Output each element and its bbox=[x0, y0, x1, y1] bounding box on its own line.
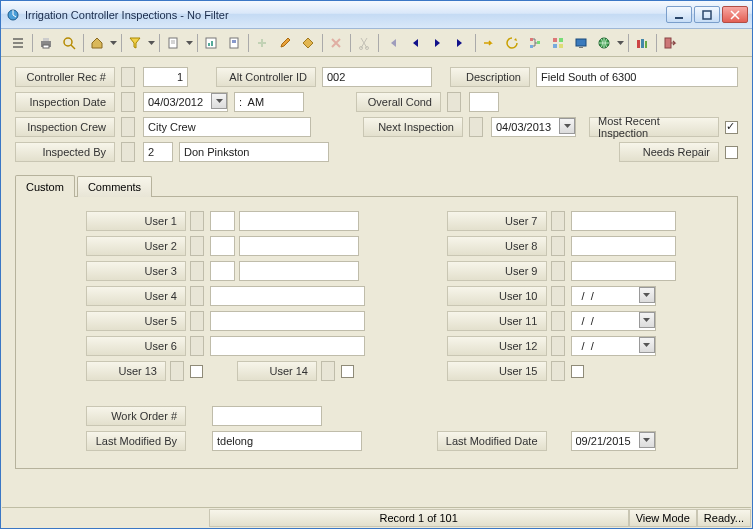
user1-code[interactable] bbox=[210, 211, 235, 231]
minimize-button[interactable] bbox=[666, 6, 692, 23]
last-modified-by-field[interactable] bbox=[212, 431, 362, 451]
house-dropdown[interactable] bbox=[109, 32, 118, 54]
user3-lookup[interactable] bbox=[190, 261, 204, 281]
user8-label: User 8 bbox=[447, 236, 547, 256]
edit-icon[interactable] bbox=[274, 32, 296, 54]
tree-icon[interactable] bbox=[524, 32, 546, 54]
chevron-down-icon[interactable] bbox=[639, 287, 655, 303]
user11-label: User 11 bbox=[447, 311, 547, 331]
controller-rec-field[interactable] bbox=[143, 67, 188, 87]
inspection-date-lookup[interactable] bbox=[121, 92, 135, 112]
user9-lookup[interactable] bbox=[551, 261, 565, 281]
overall-cond-field[interactable] bbox=[469, 92, 499, 112]
most-recent-checkbox[interactable] bbox=[725, 121, 738, 134]
print-icon[interactable] bbox=[35, 32, 57, 54]
work-order-field[interactable] bbox=[212, 406, 322, 426]
inspected-by-label: Inspected By bbox=[15, 142, 115, 162]
tab-comments[interactable]: Comments bbox=[77, 176, 152, 197]
description-field[interactable] bbox=[536, 67, 738, 87]
refresh-icon[interactable] bbox=[501, 32, 523, 54]
user7-lookup[interactable] bbox=[551, 211, 565, 231]
chevron-down-icon[interactable] bbox=[639, 312, 655, 328]
alt-controller-id-field[interactable] bbox=[322, 67, 432, 87]
inspection-time-field[interactable] bbox=[234, 92, 304, 112]
chevron-down-icon[interactable] bbox=[639, 432, 655, 448]
prev-icon[interactable] bbox=[404, 32, 426, 54]
user15-checkbox[interactable] bbox=[571, 365, 584, 378]
goto-icon[interactable] bbox=[478, 32, 500, 54]
next-icon[interactable] bbox=[427, 32, 449, 54]
last-modified-date-field[interactable] bbox=[571, 431, 656, 451]
page-icon[interactable] bbox=[162, 32, 184, 54]
user11-lookup[interactable] bbox=[551, 311, 565, 331]
user11-field[interactable] bbox=[571, 311, 656, 331]
next-inspection-field[interactable] bbox=[491, 117, 576, 137]
user1-field[interactable] bbox=[239, 211, 359, 231]
maximize-button[interactable] bbox=[694, 6, 720, 23]
tab-custom[interactable]: Custom bbox=[15, 175, 75, 197]
user8-lookup[interactable] bbox=[551, 236, 565, 256]
svg-rect-8 bbox=[43, 45, 49, 48]
house-icon[interactable] bbox=[86, 32, 108, 54]
svg-rect-28 bbox=[553, 44, 557, 48]
user14-label: User 14 bbox=[237, 361, 317, 381]
user10-lookup[interactable] bbox=[551, 286, 565, 306]
screen-icon[interactable] bbox=[570, 32, 592, 54]
overall-cond-lookup[interactable] bbox=[447, 92, 461, 112]
svg-rect-29 bbox=[559, 44, 563, 48]
filter-icon[interactable] bbox=[124, 32, 146, 54]
chart-page-icon[interactable] bbox=[200, 32, 222, 54]
close-button[interactable] bbox=[722, 6, 748, 23]
menu-icon[interactable] bbox=[7, 32, 29, 54]
page-dropdown[interactable] bbox=[185, 32, 194, 54]
user5-field[interactable] bbox=[210, 311, 365, 331]
user15-label: User 15 bbox=[447, 361, 547, 381]
user12-field[interactable] bbox=[571, 336, 656, 356]
svg-rect-24 bbox=[530, 45, 533, 48]
user9-field[interactable] bbox=[571, 261, 676, 281]
globe-icon[interactable] bbox=[593, 32, 615, 54]
inspected-by-name-field[interactable] bbox=[179, 142, 329, 162]
user2-field[interactable] bbox=[239, 236, 359, 256]
user3-code[interactable] bbox=[210, 261, 235, 281]
doc2-icon[interactable] bbox=[223, 32, 245, 54]
last-modified-by-label: Last Modified By bbox=[86, 431, 186, 451]
controller-rec-lookup[interactable] bbox=[121, 67, 135, 87]
user6-field[interactable] bbox=[210, 336, 365, 356]
user4-lookup[interactable] bbox=[190, 286, 204, 306]
zoom-icon[interactable] bbox=[58, 32, 80, 54]
grid-icon[interactable] bbox=[547, 32, 569, 54]
user10-field[interactable] bbox=[571, 286, 656, 306]
exit-icon[interactable] bbox=[659, 32, 681, 54]
books-icon[interactable] bbox=[631, 32, 653, 54]
inspection-crew-lookup[interactable] bbox=[121, 117, 135, 137]
user14-checkbox[interactable] bbox=[341, 365, 354, 378]
user3-field[interactable] bbox=[239, 261, 359, 281]
user2-lookup[interactable] bbox=[190, 236, 204, 256]
inspected-by-no-field[interactable] bbox=[143, 142, 173, 162]
user13-lookup[interactable] bbox=[170, 361, 184, 381]
globe-dropdown[interactable] bbox=[616, 32, 625, 54]
inspected-by-lookup[interactable] bbox=[121, 142, 135, 162]
user4-field[interactable] bbox=[210, 286, 365, 306]
user13-checkbox[interactable] bbox=[190, 365, 203, 378]
user12-lookup[interactable] bbox=[551, 336, 565, 356]
user7-field[interactable] bbox=[571, 211, 676, 231]
filter-dropdown[interactable] bbox=[147, 32, 156, 54]
inspection-date-field[interactable] bbox=[143, 92, 228, 112]
user15-lookup[interactable] bbox=[551, 361, 565, 381]
inspection-crew-field[interactable] bbox=[143, 117, 311, 137]
chevron-down-icon[interactable] bbox=[559, 118, 575, 134]
next-inspection-lookup[interactable] bbox=[469, 117, 483, 137]
chevron-down-icon[interactable] bbox=[211, 93, 227, 109]
user2-code[interactable] bbox=[210, 236, 235, 256]
user6-lookup[interactable] bbox=[190, 336, 204, 356]
needs-repair-checkbox[interactable] bbox=[725, 146, 738, 159]
chevron-down-icon[interactable] bbox=[639, 337, 655, 353]
last-icon[interactable] bbox=[450, 32, 472, 54]
user14-lookup[interactable] bbox=[321, 361, 335, 381]
user8-field[interactable] bbox=[571, 236, 676, 256]
user5-lookup[interactable] bbox=[190, 311, 204, 331]
user1-lookup[interactable] bbox=[190, 211, 204, 231]
diamond-icon[interactable] bbox=[297, 32, 319, 54]
